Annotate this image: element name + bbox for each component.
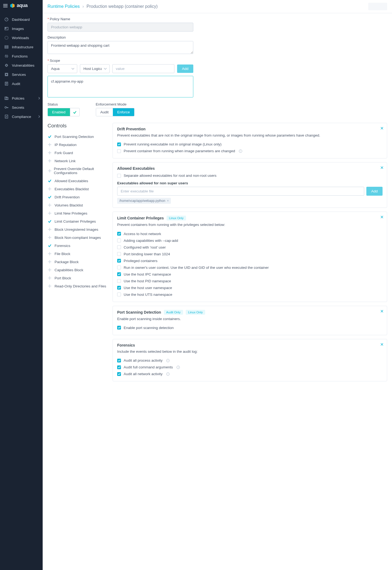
nav-secrets[interactable]: Secrets [0, 103, 43, 112]
status-toggle: Enabled [48, 108, 80, 116]
checkbox[interactable] [117, 245, 121, 249]
executable-add-button[interactable]: Add [366, 187, 383, 196]
control-item[interactable]: Limit New Privileges [48, 209, 108, 217]
nav-audit[interactable]: Audit [0, 79, 43, 88]
checkbox[interactable] [117, 365, 121, 369]
close-icon[interactable]: ✕ [380, 309, 384, 314]
checkbox[interactable] [117, 272, 121, 276]
checkbox[interactable] [117, 259, 121, 263]
card-desc: Enable port scanning inside containers. [117, 316, 383, 322]
control-item[interactable]: IP Reputation [48, 141, 108, 149]
nav-policies[interactable]: Policies [0, 94, 43, 103]
enforcement-audit-button[interactable]: Audit [96, 108, 113, 116]
enforcement-enforce-button[interactable]: Enforce [113, 108, 134, 116]
check-row: Configured with 'root' user [117, 244, 383, 251]
separate-root-checkbox[interactable] [117, 174, 121, 178]
info-icon[interactable]: i [177, 366, 180, 369]
plus-icon [48, 159, 52, 163]
scope-tags-box[interactable]: cf.appname.my-app [48, 76, 193, 97]
control-item[interactable]: Block Non-compliant Images [48, 233, 108, 242]
control-item[interactable]: Package Block [48, 258, 108, 266]
checkbox-label: Audit full command arguments [124, 365, 173, 369]
checkbox-label: Use the host PID namespace [124, 279, 171, 283]
control-item[interactable]: Limit Container Privileges [48, 217, 108, 225]
check-row: Audit full command argumentsi [117, 364, 383, 371]
enforcement-label: Enforcement Mode [96, 102, 134, 106]
executable-input[interactable] [117, 187, 364, 196]
status-enabled-button[interactable]: Enabled [48, 108, 70, 116]
control-item[interactable]: Volumes Blacklist [48, 201, 108, 209]
nav-images[interactable]: Images [0, 24, 43, 33]
info-icon[interactable]: i [166, 372, 170, 376]
breadcrumb-current: Production webapp (container policy) [86, 4, 157, 9]
breadcrumb-root[interactable]: Runtime Policies [48, 4, 80, 9]
control-item[interactable]: Prevent Override Default Configurations [48, 165, 108, 177]
checkbox[interactable] [117, 252, 121, 256]
checkbox-label: Adding capabilities with --cap-add [124, 239, 178, 243]
info-icon[interactable]: i [239, 150, 242, 153]
scope-attribute-select[interactable]: Host Logical N [80, 64, 110, 73]
audit-icon [4, 82, 9, 86]
close-icon[interactable]: ✕ [380, 215, 384, 220]
close-icon[interactable]: ✕ [380, 126, 384, 131]
check-icon [48, 134, 52, 139]
check-icon [48, 243, 52, 248]
nav-vulnerabilities[interactable]: Vulnerabilities [0, 61, 43, 70]
scope-value-input[interactable] [112, 64, 174, 73]
checkbox-label: Privileged containers [124, 259, 157, 263]
control-item[interactable]: Capabilities Block [48, 266, 108, 274]
checkbox[interactable] [117, 279, 121, 283]
logo[interactable]: aqua [10, 3, 28, 8]
plus-icon [48, 187, 52, 191]
checkbox[interactable] [117, 293, 121, 296]
control-item[interactable]: Port Block [48, 274, 108, 282]
description-input[interactable]: Frontend webapp and shopping cart [48, 41, 193, 54]
checkbox[interactable] [117, 149, 121, 153]
svg-point-3 [5, 36, 8, 39]
close-icon[interactable]: ✕ [380, 342, 384, 347]
checkbox[interactable] [117, 359, 121, 362]
menu-toggle[interactable] [3, 4, 8, 7]
checkbox[interactable] [117, 286, 121, 290]
nav-infrastructure[interactable]: Infrastructure [0, 42, 43, 52]
checkbox[interactable] [117, 266, 121, 269]
nav-functions[interactable]: Functions [0, 52, 43, 61]
control-item[interactable]: Network Link [48, 157, 108, 165]
scope-label: *Scope [48, 59, 387, 63]
control-item[interactable]: Forensics [48, 242, 108, 250]
scope-category-select[interactable]: Aqua [48, 64, 77, 73]
control-item[interactable]: Drift Prevention [48, 193, 108, 201]
topbar-action[interactable] [368, 3, 387, 10]
nav-dashboard[interactable]: Dashboard [0, 15, 43, 24]
primary-nav: Dashboard Images Workloads Infrastructur… [0, 11, 43, 125]
info-icon[interactable]: i [166, 359, 170, 362]
control-item[interactable]: Allowed Executables [48, 177, 108, 185]
check-row: Use the host PID namespace [117, 278, 383, 284]
control-item[interactable]: Port Scanning Detection [48, 133, 108, 141]
logo-text: aqua [17, 3, 28, 8]
checkbox[interactable] [117, 142, 121, 146]
chip-remove-icon[interactable]: × [167, 199, 169, 203]
nav-compliance[interactable]: Compliance [0, 112, 43, 121]
checkbox-label: Use the host user namespace [124, 286, 172, 290]
control-item[interactable]: Fork Guard [48, 149, 108, 157]
secrets-icon [4, 105, 9, 110]
description-label: Description [48, 35, 387, 39]
checkbox[interactable] [117, 372, 121, 376]
enable-port-scan-checkbox[interactable] [117, 326, 121, 330]
status-label: Status [48, 102, 80, 106]
control-item[interactable]: File Block [48, 250, 108, 258]
nav-services[interactable]: Services [0, 70, 43, 79]
control-item[interactable]: Block Unregistered Images [48, 225, 108, 233]
control-item[interactable]: Executables Blacklist [48, 185, 108, 193]
breadcrumb: Runtime Policies › Production webapp (co… [48, 4, 158, 9]
infrastructure-icon [4, 45, 9, 49]
policy-name-input[interactable] [48, 23, 193, 32]
plus-icon [48, 235, 52, 240]
close-icon[interactable]: ✕ [380, 165, 384, 170]
control-item[interactable]: Read-Only Directories and Files [48, 282, 108, 290]
nav-workloads[interactable]: Workloads [0, 33, 43, 42]
scope-add-button[interactable]: Add [177, 65, 193, 73]
checkbox[interactable] [117, 239, 121, 242]
checkbox[interactable] [117, 232, 121, 236]
